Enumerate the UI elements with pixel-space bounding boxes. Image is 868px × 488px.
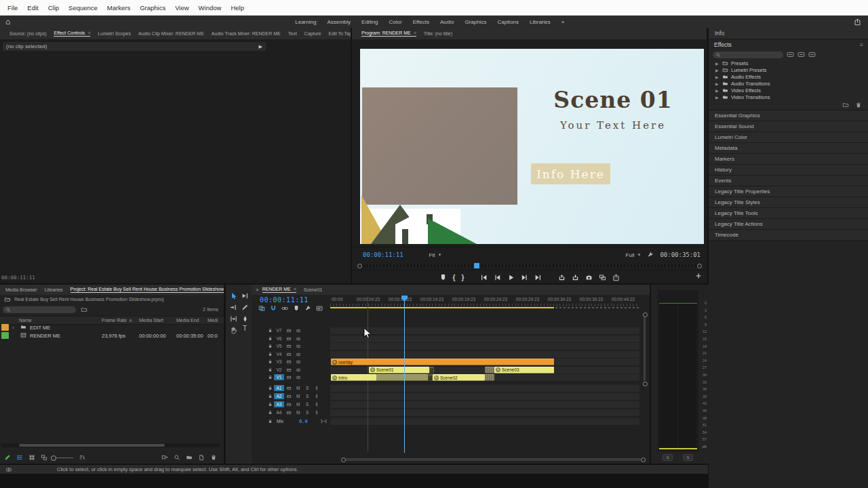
menu-item-file[interactable]: File xyxy=(3,4,22,12)
home-icon[interactable]: ⌂ xyxy=(5,17,10,26)
sync-lock-icon[interactable] xyxy=(286,367,292,373)
fx-badge[interactable]: fx xyxy=(496,367,500,372)
column-header-name[interactable]: Name xyxy=(19,318,32,323)
new-bin-icon[interactable] xyxy=(186,454,193,461)
column-header-medi[interactable]: Medi xyxy=(208,318,218,323)
track-lane-a1[interactable] xyxy=(330,385,639,392)
timeline-vscroll-top-handle[interactable] xyxy=(643,312,648,317)
track-target-a2[interactable]: A2 xyxy=(274,393,284,399)
freeform-view-icon[interactable] xyxy=(41,454,47,461)
play-icon[interactable] xyxy=(507,274,515,281)
fx-badge[interactable]: fx xyxy=(434,375,439,380)
settings-wrench-icon[interactable] xyxy=(647,251,654,258)
source-tab-3[interactable]: Audio Clip Mixer: RENDER ME xyxy=(138,31,204,37)
track-target-a3[interactable]: A3 xyxy=(274,401,284,407)
source-tab-1[interactable]: Effect Controls≡ xyxy=(54,30,90,37)
fx-badge[interactable]: fx xyxy=(370,367,375,372)
filter-accelerated-icon[interactable] xyxy=(787,51,794,58)
tab-essential-graphics[interactable]: Essential Graphics xyxy=(709,110,868,121)
comparison-view-icon[interactable] xyxy=(599,274,606,281)
clip-scene01[interactable]: fxScene01 xyxy=(369,367,429,373)
zoom-level-select[interactable]: Fit▼ xyxy=(429,252,442,258)
sort-direction-icon[interactable]: ∧ xyxy=(129,318,132,323)
solo-button[interactable]: S xyxy=(306,402,309,407)
effects-search-input[interactable] xyxy=(713,52,783,58)
zoom-slider[interactable] xyxy=(53,458,73,458)
toggle-output-eye-icon[interactable] xyxy=(296,367,301,373)
toggle-output-eye-icon[interactable] xyxy=(296,336,301,342)
solo-right-button[interactable]: S xyxy=(683,454,693,461)
source-tab-0[interactable]: Source: (no clips) xyxy=(9,31,46,37)
track-target-v1[interactable]: V1 xyxy=(274,374,284,380)
effects-folder-presets[interactable]: ▶ Presets xyxy=(709,60,868,66)
search-icon[interactable] xyxy=(715,52,721,58)
button-editor-plus-icon[interactable] xyxy=(695,272,702,279)
track-target-a1[interactable]: A1 xyxy=(274,385,284,391)
track-lane-mix[interactable] xyxy=(330,418,639,425)
new-custom-bin-icon[interactable] xyxy=(842,102,849,108)
timeline-hscroll-right-handle[interactable] xyxy=(641,458,646,462)
project-hscrollbar[interactable] xyxy=(1,443,220,447)
menu-item-view[interactable]: View xyxy=(170,4,193,12)
sync-lock-icon[interactable] xyxy=(286,344,292,349)
lock-icon[interactable] xyxy=(268,352,273,357)
effect-controls-header[interactable]: (no clip selected) ▶ xyxy=(3,42,266,51)
lock-icon[interactable] xyxy=(268,394,273,399)
mark-in-icon[interactable]: { xyxy=(453,274,456,281)
fit-timeline-icon[interactable] xyxy=(321,418,327,424)
workspace-tab-captions[interactable]: Captions xyxy=(497,19,519,25)
add-marker-icon[interactable] xyxy=(439,274,447,281)
tab-legacy-title-properties[interactable]: Legacy Title Properties xyxy=(709,186,868,197)
twisty-icon[interactable]: ▶ xyxy=(715,81,719,86)
tool-selection-icon[interactable] xyxy=(230,292,237,300)
lock-icon[interactable] xyxy=(268,419,273,424)
track-lane-a4[interactable] xyxy=(330,409,639,416)
sort-icon[interactable] xyxy=(79,454,85,461)
track-lane-v5[interactable] xyxy=(330,343,639,350)
menu-item-sequence[interactable]: Sequence xyxy=(64,4,102,12)
new-search-bin-icon[interactable] xyxy=(81,306,87,313)
lock-icon[interactable] xyxy=(268,402,273,407)
step-back-icon[interactable] xyxy=(494,274,501,281)
tool-hand-icon[interactable] xyxy=(230,327,237,334)
menu-item-clip[interactable]: Clip xyxy=(43,4,64,12)
clip-intro[interactable]: fxIntro xyxy=(331,374,376,381)
lock-icon[interactable] xyxy=(268,336,273,341)
mute-button[interactable]: M xyxy=(296,410,300,415)
panel-menu-icon[interactable]: ≡ xyxy=(860,41,863,48)
source-tab-5[interactable]: Text xyxy=(288,31,297,37)
track-target-a4[interactable]: A4 xyxy=(274,409,284,415)
search-icon[interactable] xyxy=(5,307,11,312)
tool-type-icon[interactable]: T xyxy=(243,325,247,332)
workspace-tab-graphics[interactable]: Graphics xyxy=(465,19,486,25)
project-breadcrumb[interactable]: Real Estate Buy Sell Rent House Business… xyxy=(0,295,224,304)
column-header-frame-rate[interactable]: Frame Rate xyxy=(102,318,127,323)
lock-icon[interactable] xyxy=(268,386,273,390)
find-icon[interactable] xyxy=(174,454,180,461)
program-scrubber[interactable] xyxy=(357,263,702,268)
tab-lumetri-color[interactable]: Lumetri Color xyxy=(709,132,868,143)
timeline-hscroll-left-handle[interactable] xyxy=(341,458,346,462)
mute-button[interactable]: M xyxy=(296,394,300,399)
effects-folder-lumetri-presets[interactable]: ▶ Lumetri Presets xyxy=(709,66,868,73)
tab-events[interactable]: Events xyxy=(709,176,868,186)
workspace-tab-effects[interactable]: Effects xyxy=(413,19,429,25)
workspace-tab-learning[interactable]: Learning xyxy=(295,19,316,25)
track-target-v5[interactable]: V5 xyxy=(274,343,284,349)
mute-button[interactable]: M xyxy=(296,402,300,407)
step-forward-icon[interactable] xyxy=(521,274,528,281)
tab-info[interactable]: Info xyxy=(709,28,868,39)
voiceover-mic-icon[interactable] xyxy=(314,402,319,407)
playback-resolution-select[interactable]: Full▼ xyxy=(626,252,642,258)
timeline-vscroll-bottom-handle[interactable] xyxy=(643,382,648,386)
mix-level-value[interactable]: 0.0 xyxy=(299,419,308,424)
tab-legacy-title-styles[interactable]: Legacy Title Styles xyxy=(709,197,868,208)
effects-folder-video-effects[interactable]: ▶ Video Effects xyxy=(709,87,868,94)
twisty-icon[interactable]: ▶ xyxy=(715,68,719,73)
program-timecode[interactable]: 00:00:11:11 xyxy=(363,251,403,258)
export-frame-icon[interactable] xyxy=(585,274,593,281)
panel-menu-icon[interactable]: ≡ xyxy=(414,30,416,35)
track-lane-v4[interactable] xyxy=(330,351,639,358)
new-item-icon[interactable] xyxy=(198,454,205,461)
timeline-hscrollbar[interactable] xyxy=(345,458,641,461)
